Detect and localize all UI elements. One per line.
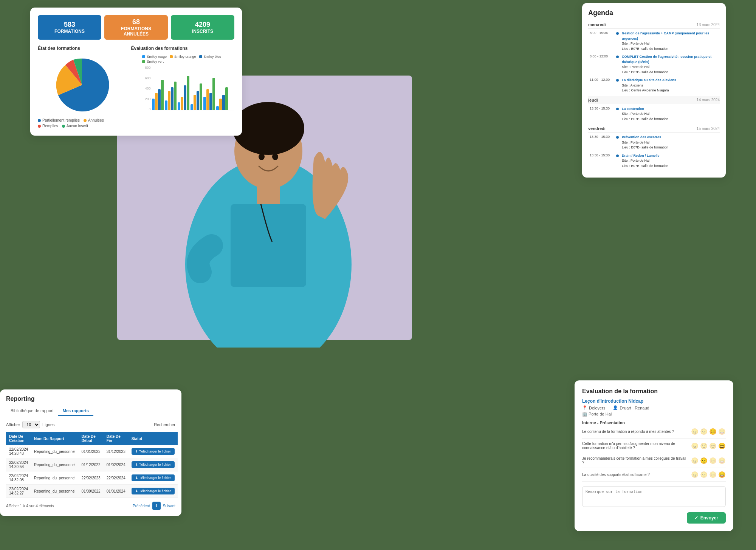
reporting-tbody: 22/02/2024 14:28:48 Reporting_du_personn…: [6, 445, 178, 498]
annulees-label: FORMATIONS ANNULÉES: [121, 26, 151, 37]
agenda-dot-5: [616, 136, 619, 139]
filter-row: Afficher 10 25 50 Lignes Rechercher: [6, 421, 175, 428]
legend-item-remplies: Remplies: [38, 124, 58, 128]
bar-dot-vert: [142, 60, 145, 63]
th-statut: Statut: [129, 432, 178, 445]
emoji-great-4[interactable]: 😄: [718, 471, 726, 478]
agenda-details-5: Prévention des escarres Site : Porte de …: [622, 135, 668, 150]
legend-dot-blue: [38, 119, 41, 122]
download-btn-2[interactable]: ⬇ Télécharger le fichier: [132, 474, 175, 481]
y-600: 600: [142, 76, 150, 80]
download-btn-3[interactable]: ⬇ Télécharger le fichier: [132, 488, 175, 494]
td-date-debut-2: 22/02/2023: [79, 471, 104, 485]
td-date-debut-0: 01/01/2023: [79, 445, 104, 458]
reporting-title: Reporting: [6, 396, 175, 402]
agenda-lieu-1: Lieu : B07B- salle de formation: [622, 46, 720, 52]
page-controls: Précédent 1 Suivant: [133, 502, 175, 510]
eval-question-4: La qualité des supports était suffisante…: [582, 471, 726, 482]
formations-stat-btn[interactable]: 583 FORMATIONS: [38, 15, 101, 40]
svg-point-5: [259, 153, 265, 160]
eval-q1-text: Le contenu de la formation a répondu à m…: [582, 429, 691, 434]
emoji-happy-2[interactable]: 😊: [709, 442, 717, 450]
next-page-btn[interactable]: Suivant: [163, 504, 175, 508]
prev-page-btn[interactable]: Précédent: [133, 504, 150, 508]
emoji-sad-2[interactable]: 😟: [700, 442, 708, 450]
download-btn-1[interactable]: ⬇ Télécharger le fichier: [132, 461, 175, 468]
y-800: 800: [142, 66, 150, 70]
emoji-group-1[interactable]: 😠 😟 😊 😄: [691, 428, 726, 435]
td-statut-0: ⬇ Télécharger le fichier: [129, 445, 178, 458]
agenda-main-text-6: Drain / Redon / Lamelle: [622, 153, 668, 159]
eval-section-label: Interne - Présentation: [582, 420, 726, 425]
emoji-angry-4[interactable]: 😠: [691, 471, 699, 478]
eval-send-row: ✓ Envoyer: [582, 512, 726, 524]
day-name-vendredi: vendredi: [588, 126, 606, 131]
td-nom-2: Reporting_du_personnel: [31, 471, 79, 485]
td-nom-1: Reporting_du_personnel: [31, 458, 79, 471]
bar-chart-section: Évaluation des formations Smiley rouge S…: [131, 46, 234, 128]
bar-6-3: [222, 95, 225, 110]
day-date-mercredi: 13 mars 2024: [697, 23, 720, 27]
bar-5-1: [203, 97, 206, 110]
emoji-great-1[interactable]: 😄: [718, 428, 726, 435]
agenda-item-4: 13:30 - 15:30 La contention Site : Porte…: [588, 107, 720, 122]
emoji-angry-1[interactable]: 😠: [691, 428, 699, 435]
send-button[interactable]: ✓ Envoyer: [687, 512, 726, 524]
pie-title: État des formations: [38, 46, 126, 51]
emoji-group-3[interactable]: 😠 😟 😊 😄: [691, 457, 726, 464]
eval-location: 📍 Deloyers: [582, 405, 605, 410]
th-date-debut: Date De Début: [79, 432, 104, 445]
bar-4-1: [191, 104, 193, 110]
pagination-info: Afficher 1 à 4 sur 4 éléments: [6, 504, 54, 508]
eval-q3-text: Je recommanderais cette formation à mes …: [582, 456, 691, 465]
emoji-great-2[interactable]: 😄: [718, 442, 726, 450]
td-statut-3: ⬇ Télécharger le fichier: [129, 485, 178, 498]
bar-4-4: [200, 83, 202, 110]
emoji-great-3[interactable]: 😄: [718, 457, 726, 464]
bar-5-2: [206, 89, 209, 110]
download-btn-0[interactable]: ⬇ Télécharger le fichier: [132, 448, 175, 455]
bar-legend-rouge: Smiley rouge: [142, 55, 167, 59]
emoji-happy-4[interactable]: 😊: [709, 471, 717, 478]
current-page[interactable]: 1: [152, 502, 161, 510]
agenda-details-4: La contention Site : Porte de Hal Lieu :…: [622, 107, 668, 122]
bar-1-4: [161, 80, 164, 110]
agenda-site-2: Site : Porte de Hal: [622, 65, 720, 70]
emoji-happy-3[interactable]: 😊: [709, 457, 717, 464]
lignes-label: Lignes: [42, 422, 54, 427]
agenda-details-2: COMPLET Gestion de l'agressivité : sessi…: [622, 54, 720, 75]
agenda-main-text-3: La diététique au site des Alexiens: [622, 78, 676, 83]
bar-6-2: [219, 99, 222, 110]
emoji-sad-4[interactable]: 😟: [700, 471, 708, 478]
eval-q2-text: Cette formation m'a permis d'augmenter m…: [582, 442, 691, 450]
bar-chart-inner: [152, 66, 234, 111]
legend-dot-orange: [84, 119, 87, 122]
lines-select[interactable]: 10 25 50: [22, 421, 40, 428]
send-label: Envoyer: [700, 515, 718, 521]
agenda-dot-1: [616, 32, 619, 35]
tab-mes-rapports[interactable]: Mes rapports: [58, 406, 93, 416]
emoji-angry-3[interactable]: 😠: [691, 457, 699, 464]
bar-1-2: [155, 93, 158, 110]
pagination-row: Afficher 1 à 4 sur 4 éléments Précédent …: [6, 502, 175, 510]
inscrits-stat-btn[interactable]: 4209 INSCRITS: [171, 15, 234, 40]
annulees-stat-btn[interactable]: 68 FORMATIONS ANNULÉES: [104, 15, 168, 40]
agenda-item-6: 13:30 - 15:30 Drain / Redon / Lamelle Si…: [588, 153, 720, 169]
bar-4-2: [194, 95, 196, 110]
td-date-fin-3: 01/01/2024: [104, 485, 129, 498]
emoji-group-4[interactable]: 😠 😟 😊 😄: [691, 471, 726, 478]
evaluation-card: Evaluation de la formation Leçon d'intro…: [575, 380, 733, 531]
agenda-dot-4: [616, 108, 619, 110]
emoji-sad-1[interactable]: 😟: [700, 428, 708, 435]
tab-bibliotheque[interactable]: Bibliothèque de rapport: [6, 406, 58, 416]
emoji-group-2[interactable]: 😠 😟 😊 😄: [691, 442, 726, 450]
agenda-site-1: Site : Porte de Hal: [622, 41, 720, 46]
legend-label-aucun: Aucun inscrit: [67, 124, 88, 128]
emoji-angry-2[interactable]: 😠: [691, 442, 699, 450]
eval-textarea[interactable]: [582, 486, 726, 507]
agenda-details-1: Gestion de l'agressivité + CAMP (uniquem…: [622, 31, 720, 51]
emoji-happy-1[interactable]: 😊: [709, 428, 717, 435]
emoji-sad-3[interactable]: 😟: [700, 457, 708, 464]
y-200: 200: [142, 97, 150, 101]
bar-group-3: [178, 76, 189, 110]
